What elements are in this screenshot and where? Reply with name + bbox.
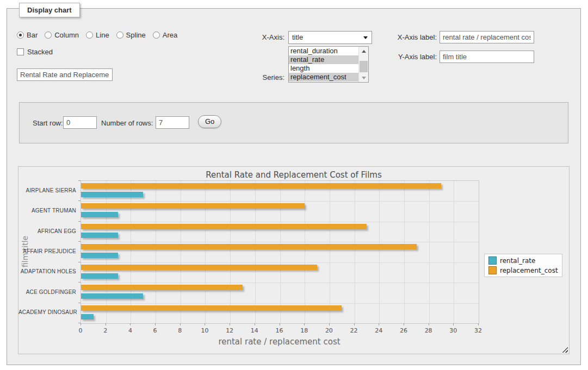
x-tick-label: 10 [194,327,215,334]
x-tick [478,323,479,325]
chart-type-option-column: Column [45,31,79,39]
series-scrollbar[interactable] [358,47,368,82]
gridline-vertical [156,181,156,323]
chart-panel: Rental Rate and Replacement Cost of Film… [18,166,570,354]
x-tick [81,323,81,325]
radio-label: Area [163,31,177,39]
gridline-vertical [305,181,305,323]
series-multiselect[interactable]: rental_durationrental_ratelengthreplacem… [288,46,369,83]
series-option-rental_rate[interactable]: rental_rate [289,55,359,64]
radio-line[interactable] [86,32,93,39]
chart-title-input[interactable] [17,68,113,81]
x-tick [379,323,379,325]
scroll-down-icon[interactable] [359,74,368,81]
gridline-vertical [379,181,380,323]
category-label: ACE GOLDFINGER [18,289,76,295]
x-tick [230,323,230,325]
legend-entry-replacement_cost: replacement_cost [488,266,558,274]
gridline-horizontal [81,283,479,283]
scrollbar-thumb[interactable] [360,61,368,72]
x-axis-label-input[interactable] [440,31,534,43]
y-tick [78,241,81,242]
series-options: rental_durationrental_ratelengthreplacem… [289,47,359,82]
bar-rental_rate [81,192,143,197]
x-tick [453,323,454,325]
series-option-replacement_cost[interactable]: replacement_cost [289,73,359,81]
chart-type-option-spline: Spline [116,31,146,39]
number-of-rows-input[interactable] [156,116,189,129]
gridline-vertical [454,181,454,323]
chart-type-radio-group: BarColumnLineSplineArea [17,31,184,39]
category-label: AFFAIR PREJUDICE [18,248,76,254]
x-tick [404,323,404,325]
x-tick-label: 12 [219,327,240,334]
start-row-label: Start row: [33,119,63,127]
chart-type-option-line: Line [86,31,109,39]
x-tick [255,323,255,325]
chart-type-option-bar: Bar [17,31,38,39]
radio-column[interactable] [45,32,52,39]
gridline-vertical [330,181,330,323]
y-axis-label-input[interactable] [440,51,534,63]
gridline-vertical [280,181,281,323]
x-tick-label: 30 [442,327,464,334]
stacked-checkbox[interactable] [17,48,24,55]
x-tick-label: 24 [368,327,389,334]
x-tick [329,323,330,325]
number-of-rows-label: Number of rows: [101,119,153,127]
plot-area [81,180,479,324]
y-tick [78,262,81,262]
radio-spline[interactable] [116,32,123,39]
radio-label: Line [96,31,109,39]
x-tick-label: 20 [318,327,340,334]
series-option-length[interactable]: length [289,64,359,73]
legend-swatch [488,266,497,274]
x-tick-label: 18 [293,327,315,334]
radio-label: Spline [126,31,146,39]
start-row-input[interactable] [63,116,97,129]
gridline-vertical [429,181,430,323]
radio-bar[interactable] [17,32,24,39]
x-tick-label: 2 [95,327,116,334]
x-tick-label: 4 [119,327,141,334]
x-tick-label: 14 [244,327,265,334]
gridline-vertical [106,181,107,323]
y-tick [78,200,81,201]
x-tick-label: 6 [144,327,166,334]
radio-label: Column [54,31,79,39]
x-tick [280,323,280,325]
x-axis-label-text: X-Axis: [246,33,284,41]
bar-replacement_cost [81,183,441,189]
panel-legend: Display chart [19,3,80,17]
gridline-vertical [131,181,131,323]
radio-label: Bar [27,31,38,39]
radio-area[interactable] [153,32,160,39]
series-option-rental_duration[interactable]: rental_duration [289,47,359,55]
gridline-horizontal [81,303,479,304]
x-tick-label: 16 [269,327,290,334]
series-label-text: Series: [246,73,284,81]
legend-label: rental_rate [500,257,535,265]
x-tick [304,323,305,325]
category-label: AGENT TRUMAN [18,208,76,214]
bar-replacement_cost [81,224,367,229]
legend-swatch [488,256,497,265]
bar-replacement_cost [81,244,417,249]
x-axis-title: rental rate / replacement cost [81,337,478,347]
go-button[interactable]: Go [198,115,221,128]
chart-legend: rental_ratereplacement_cost [484,254,562,277]
x-axis-field-label: X-Axis label: [355,33,437,41]
x-tick-label: 28 [418,327,440,334]
chart-type-option-area: Area [153,31,177,39]
resize-grip-icon[interactable] [562,347,568,353]
gridline-horizontal [81,222,479,222]
gridline-vertical [255,181,256,323]
x-tick [205,323,205,325]
legend-label: replacement_cost [500,267,558,274]
bar-replacement_cost [81,305,342,311]
y-tick [78,323,81,323]
y-tick [78,221,81,222]
category-label: ACADEMY DINOSAUR [18,309,76,315]
bar-replacement_cost [81,265,317,270]
x-tick [106,323,106,325]
